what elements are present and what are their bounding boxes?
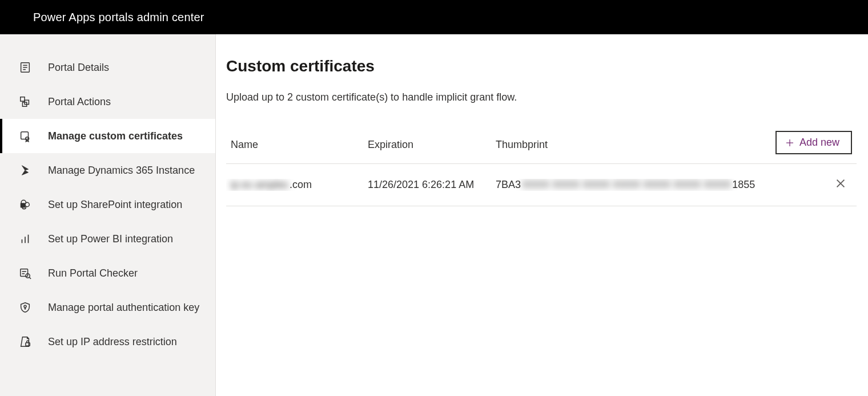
close-icon bbox=[834, 177, 847, 193]
actions-icon bbox=[18, 95, 32, 109]
sidebar-item-portal-details[interactable]: Portal Details bbox=[0, 50, 215, 85]
sidebar-item-powerbi[interactable]: Set up Power BI integration bbox=[0, 222, 215, 256]
sidebar-nav: Portal Details Portal Actions Manage cus… bbox=[0, 34, 216, 396]
svg-rect-20 bbox=[26, 343, 30, 346]
sidebar-item-label: Set up SharePoint integration bbox=[48, 198, 204, 211]
sidebar-item-portal-actions[interactable]: Portal Actions bbox=[0, 85, 215, 119]
cell-name: ip ex amples .com bbox=[226, 179, 368, 191]
cell-thumbprint-hidden: XXXX XXXX XXXX XXXX XXXX XXXX XXXX bbox=[522, 179, 731, 191]
checker-icon bbox=[18, 266, 32, 280]
sidebar-item-label: Portal Actions bbox=[48, 95, 204, 109]
app-header: Power Apps portals admin center bbox=[0, 0, 868, 34]
sidebar-item-sharepoint[interactable]: S Set up SharePoint integration bbox=[0, 187, 215, 222]
table-row: ip ex amples .com 11/26/2021 6:26:21 AM … bbox=[226, 164, 857, 206]
sidebar-item-label: Set up Power BI integration bbox=[48, 232, 204, 246]
sidebar-item-label: Set up IP address restriction bbox=[48, 335, 204, 349]
dynamics-icon bbox=[18, 163, 32, 177]
powerbi-icon bbox=[18, 232, 32, 246]
delete-row-button[interactable] bbox=[829, 174, 852, 197]
app-title: Power Apps portals admin center bbox=[33, 11, 204, 24]
column-header-expiration: Expiration bbox=[368, 139, 496, 151]
cell-name-suffix: .com bbox=[290, 179, 312, 191]
svg-line-18 bbox=[29, 277, 31, 279]
sidebar-item-label: Manage custom certificates bbox=[48, 129, 204, 143]
cell-name-hidden: ip ex amples bbox=[231, 179, 288, 191]
ip-restriction-icon bbox=[18, 335, 32, 349]
sidebar-item-portal-checker[interactable]: Run Portal Checker bbox=[0, 256, 215, 290]
sidebar-item-auth-key[interactable]: Manage portal authentication key bbox=[0, 290, 215, 325]
page-title: Custom certificates bbox=[226, 57, 857, 75]
cell-thumbprint-prefix: 7BA3 bbox=[496, 179, 521, 191]
add-new-button[interactable]: Add new bbox=[775, 131, 852, 154]
plus-icon bbox=[785, 138, 795, 148]
certificates-table: Name Expiration Thumbprint Add new ip ex… bbox=[226, 135, 857, 206]
column-header-name: Name bbox=[226, 139, 368, 151]
sidebar-item-label: Manage portal authentication key bbox=[48, 301, 204, 314]
add-new-label: Add new bbox=[799, 137, 839, 149]
svg-rect-4 bbox=[21, 97, 25, 101]
details-icon bbox=[18, 61, 32, 74]
sharepoint-icon: S bbox=[18, 198, 32, 211]
sidebar-item-label: Portal Details bbox=[48, 61, 204, 74]
cell-expiration: 11/26/2021 6:26:21 AM bbox=[368, 179, 496, 191]
certificate-icon bbox=[18, 129, 32, 143]
svg-text:S: S bbox=[22, 203, 24, 207]
sidebar-item-manage-dynamics[interactable]: Manage Dynamics 365 Instance bbox=[0, 153, 215, 187]
svg-point-19 bbox=[24, 305, 26, 307]
page-description: Upload up to 2 custom certificate(s) to … bbox=[226, 91, 857, 103]
auth-key-icon bbox=[18, 301, 32, 314]
column-header-thumbprint: Thumbprint bbox=[496, 139, 760, 151]
main-content: Custom certificates Upload up to 2 custo… bbox=[216, 34, 868, 396]
table-header-row: Name Expiration Thumbprint Add new bbox=[226, 135, 857, 164]
sidebar-item-label: Run Portal Checker bbox=[48, 266, 204, 280]
svg-rect-16 bbox=[21, 269, 28, 277]
cell-thumbprint: 7BA3 XXXX XXXX XXXX XXXX XXXX XXXX XXXX … bbox=[496, 179, 760, 191]
cell-thumbprint-suffix: 1855 bbox=[732, 179, 755, 191]
sidebar-item-manage-certificates[interactable]: Manage custom certificates bbox=[0, 119, 215, 153]
sidebar-item-label: Manage Dynamics 365 Instance bbox=[48, 163, 204, 177]
sidebar-item-ip-restriction[interactable]: Set up IP address restriction bbox=[0, 325, 215, 359]
